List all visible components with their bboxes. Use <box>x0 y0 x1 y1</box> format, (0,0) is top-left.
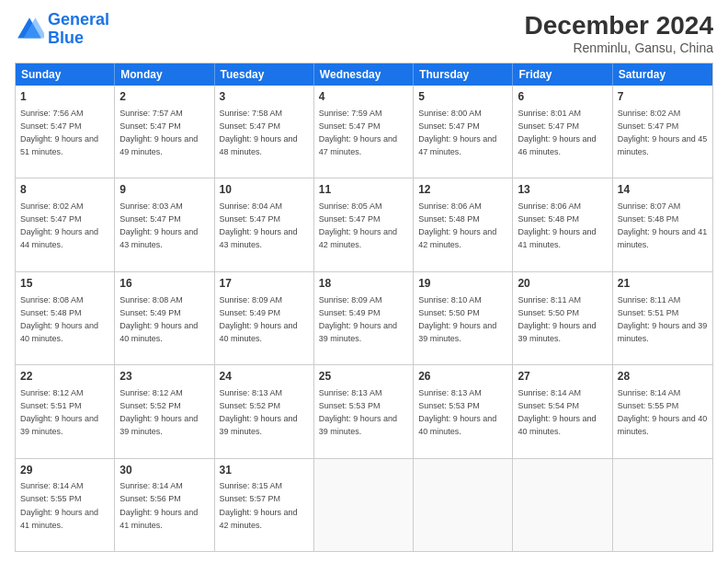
header: General Blue December 2024 Renminlu, Gan… <box>15 11 713 55</box>
cell-info: Sunrise: 7:56 AMSunset: 5:47 PMDaylight:… <box>20 109 98 156</box>
calendar-body: 1Sunrise: 7:56 AMSunset: 5:47 PMDaylight… <box>16 86 712 551</box>
calendar-cell: 20Sunrise: 8:11 AMSunset: 5:50 PMDayligh… <box>513 272 612 364</box>
main-title: December 2024 <box>525 11 713 40</box>
calendar-cell: 11Sunrise: 8:05 AMSunset: 5:47 PMDayligh… <box>314 178 414 270</box>
logo-line2: Blue <box>48 29 109 48</box>
cell-info: Sunrise: 8:13 AMSunset: 5:52 PMDaylight:… <box>220 388 298 436</box>
day-number: 12 <box>418 182 507 198</box>
calendar-cell: 17Sunrise: 8:09 AMSunset: 5:49 PMDayligh… <box>215 272 314 364</box>
calendar-cell: 6Sunrise: 8:01 AMSunset: 5:47 PMDaylight… <box>513 86 612 178</box>
calendar-cell: 1Sunrise: 7:56 AMSunset: 5:47 PMDaylight… <box>16 86 115 178</box>
logo-text: General Blue <box>48 11 109 48</box>
cell-info: Sunrise: 8:05 AMSunset: 5:47 PMDaylight:… <box>319 201 397 249</box>
page: General Blue December 2024 Renminlu, Gan… <box>0 0 728 563</box>
day-number: 4 <box>319 89 408 105</box>
cell-info: Sunrise: 8:00 AMSunset: 5:47 PMDaylight:… <box>418 109 496 156</box>
calendar-row-3: 15Sunrise: 8:08 AMSunset: 5:48 PMDayligh… <box>16 272 712 365</box>
calendar-cell: 14Sunrise: 8:07 AMSunset: 5:48 PMDayligh… <box>613 178 712 270</box>
calendar-row-4: 22Sunrise: 8:12 AMSunset: 5:51 PMDayligh… <box>16 365 712 458</box>
calendar-cell: 5Sunrise: 8:00 AMSunset: 5:47 PMDaylight… <box>414 86 513 178</box>
cell-info: Sunrise: 8:12 AMSunset: 5:51 PMDaylight:… <box>20 388 98 436</box>
day-number: 3 <box>220 89 309 105</box>
day-number: 20 <box>518 276 607 292</box>
cell-info: Sunrise: 8:04 AMSunset: 5:47 PMDaylight:… <box>220 201 298 249</box>
calendar-cell: 21Sunrise: 8:11 AMSunset: 5:51 PMDayligh… <box>613 272 712 364</box>
calendar-row-5: 29Sunrise: 8:14 AMSunset: 5:55 PMDayligh… <box>16 459 712 551</box>
calendar-cell: 22Sunrise: 8:12 AMSunset: 5:51 PMDayligh… <box>16 365 115 457</box>
cell-info: Sunrise: 7:57 AMSunset: 5:47 PMDaylight:… <box>119 109 198 156</box>
calendar-cell: 24Sunrise: 8:13 AMSunset: 5:52 PMDayligh… <box>215 365 314 457</box>
cell-info: Sunrise: 7:58 AMSunset: 5:47 PMDaylight:… <box>220 109 298 156</box>
header-day-sunday: Sunday <box>16 63 115 86</box>
cell-info: Sunrise: 8:14 AMSunset: 5:56 PMDaylight:… <box>119 481 198 529</box>
cell-info: Sunrise: 8:13 AMSunset: 5:53 PMDaylight:… <box>319 388 397 436</box>
header-day-friday: Friday <box>513 63 612 86</box>
day-number: 15 <box>20 276 109 292</box>
calendar-cell: 27Sunrise: 8:14 AMSunset: 5:54 PMDayligh… <box>513 365 612 457</box>
title-block: December 2024 Renminlu, Gansu, China <box>525 11 713 55</box>
cell-info: Sunrise: 8:15 AMSunset: 5:57 PMDaylight:… <box>220 481 298 529</box>
header-day-monday: Monday <box>115 63 214 86</box>
cell-info: Sunrise: 8:06 AMSunset: 5:48 PMDaylight:… <box>418 201 496 249</box>
cell-info: Sunrise: 8:03 AMSunset: 5:47 PMDaylight:… <box>119 201 198 249</box>
calendar-cell: 10Sunrise: 8:04 AMSunset: 5:47 PMDayligh… <box>215 178 314 270</box>
cell-info: Sunrise: 8:02 AMSunset: 5:47 PMDaylight:… <box>20 201 98 249</box>
day-number: 9 <box>119 182 209 198</box>
calendar-cell: 23Sunrise: 8:12 AMSunset: 5:52 PMDayligh… <box>115 365 214 457</box>
calendar-cell: 18Sunrise: 8:09 AMSunset: 5:49 PMDayligh… <box>314 272 414 364</box>
calendar-cell: 31Sunrise: 8:15 AMSunset: 5:57 PMDayligh… <box>215 459 314 551</box>
calendar-header: SundayMondayTuesdayWednesdayThursdayFrid… <box>16 63 712 86</box>
day-number: 16 <box>119 276 209 292</box>
day-number: 8 <box>20 182 109 198</box>
day-number: 7 <box>618 89 708 105</box>
day-number: 23 <box>119 369 209 385</box>
cell-info: Sunrise: 8:07 AMSunset: 5:48 PMDaylight:… <box>618 201 708 249</box>
calendar-cell: 4Sunrise: 7:59 AMSunset: 5:47 PMDaylight… <box>314 86 414 178</box>
calendar-row-2: 8Sunrise: 8:02 AMSunset: 5:47 PMDaylight… <box>16 178 712 271</box>
cell-info: Sunrise: 8:11 AMSunset: 5:50 PMDaylight:… <box>518 295 596 343</box>
calendar-cell: 19Sunrise: 8:10 AMSunset: 5:50 PMDayligh… <box>414 272 513 364</box>
day-number: 6 <box>518 89 607 105</box>
calendar-cell: 25Sunrise: 8:13 AMSunset: 5:53 PMDayligh… <box>314 365 414 457</box>
cell-info: Sunrise: 8:11 AMSunset: 5:51 PMDaylight:… <box>618 295 708 343</box>
header-day-tuesday: Tuesday <box>215 63 314 86</box>
calendar-cell: 29Sunrise: 8:14 AMSunset: 5:55 PMDayligh… <box>16 459 115 551</box>
logo-icon <box>15 15 44 44</box>
day-number: 5 <box>418 89 507 105</box>
cell-info: Sunrise: 8:14 AMSunset: 5:55 PMDaylight:… <box>20 481 98 529</box>
logo: General Blue <box>15 11 109 48</box>
day-number: 21 <box>618 276 708 292</box>
day-number: 27 <box>518 369 607 385</box>
cell-info: Sunrise: 8:06 AMSunset: 5:48 PMDaylight:… <box>518 201 596 249</box>
cell-info: Sunrise: 8:10 AMSunset: 5:50 PMDaylight:… <box>418 295 496 343</box>
cell-info: Sunrise: 8:02 AMSunset: 5:47 PMDaylight:… <box>618 109 708 156</box>
cell-info: Sunrise: 8:13 AMSunset: 5:53 PMDaylight:… <box>418 388 496 436</box>
calendar: SundayMondayTuesdayWednesdayThursdayFrid… <box>15 63 713 552</box>
calendar-cell: 30Sunrise: 8:14 AMSunset: 5:56 PMDayligh… <box>115 459 214 551</box>
day-number: 17 <box>220 276 309 292</box>
day-number: 24 <box>220 369 309 385</box>
cell-info: Sunrise: 8:12 AMSunset: 5:52 PMDaylight:… <box>119 388 198 436</box>
day-number: 18 <box>319 276 408 292</box>
calendar-row-1: 1Sunrise: 7:56 AMSunset: 5:47 PMDaylight… <box>16 86 712 178</box>
calendar-cell: 16Sunrise: 8:08 AMSunset: 5:49 PMDayligh… <box>115 272 214 364</box>
day-number: 28 <box>618 369 708 385</box>
subtitle: Renminlu, Gansu, China <box>525 40 713 55</box>
day-number: 19 <box>418 276 507 292</box>
day-number: 13 <box>518 182 607 198</box>
cell-info: Sunrise: 8:14 AMSunset: 5:55 PMDaylight:… <box>618 388 708 436</box>
calendar-cell: 12Sunrise: 8:06 AMSunset: 5:48 PMDayligh… <box>414 178 513 270</box>
day-number: 29 <box>20 463 109 478</box>
cell-info: Sunrise: 8:08 AMSunset: 5:48 PMDaylight:… <box>20 295 98 343</box>
cell-info: Sunrise: 8:14 AMSunset: 5:54 PMDaylight:… <box>518 388 596 436</box>
logo-line1: General <box>48 10 109 29</box>
cell-info: Sunrise: 8:08 AMSunset: 5:49 PMDaylight:… <box>119 295 198 343</box>
calendar-cell: 15Sunrise: 8:08 AMSunset: 5:48 PMDayligh… <box>16 272 115 364</box>
day-number: 2 <box>119 89 209 105</box>
day-number: 26 <box>418 369 507 385</box>
day-number: 10 <box>220 182 309 198</box>
cell-info: Sunrise: 7:59 AMSunset: 5:47 PMDaylight:… <box>319 109 397 156</box>
calendar-cell: 3Sunrise: 7:58 AMSunset: 5:47 PMDaylight… <box>215 86 314 178</box>
calendar-cell <box>414 459 513 551</box>
day-number: 25 <box>319 369 408 385</box>
